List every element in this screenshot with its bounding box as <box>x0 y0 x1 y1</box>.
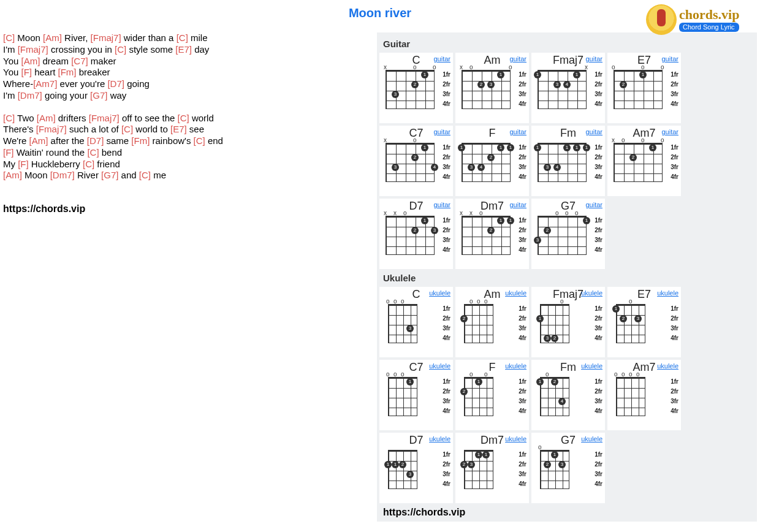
guitar-chord-grid: Cguitarxoo1231fr2fr3fr4frAmguitarxoo1231… <box>379 53 754 269</box>
chord-symbol[interactable]: [Am] <box>29 135 48 146</box>
muted-string-marker: x <box>460 210 463 216</box>
open-string-marker: o <box>612 64 615 70</box>
chord-symbol[interactable]: [C] <box>178 113 189 123</box>
chord-card-c: Cguitarxoo1231fr2fr3fr4fr <box>379 53 453 123</box>
chord-symbol[interactable]: [F] <box>21 67 32 77</box>
lyric-text: wider than a <box>121 32 177 43</box>
finger-dot: 3 <box>406 471 414 478</box>
fret-labels: 1fr2fr3fr4fr <box>443 450 450 489</box>
instrument-link[interactable]: ukulele <box>657 362 678 370</box>
instrument-link[interactable]: ukulele <box>657 289 678 297</box>
open-string-marker: o <box>469 64 473 70</box>
finger-dot: 2 <box>620 315 627 322</box>
chord-symbol[interactable]: [Fmaj7] <box>36 124 67 134</box>
open-string-marker: o <box>433 64 436 70</box>
instrument-link[interactable]: guitar <box>509 55 526 63</box>
open-string-marker: o <box>614 371 618 378</box>
chord-symbol[interactable]: [C] <box>3 32 15 43</box>
chord-symbol[interactable]: [F] <box>18 159 29 169</box>
lyric-text: There's <box>3 124 36 134</box>
chord-symbol[interactable]: [G7] <box>101 170 118 180</box>
instrument-link[interactable]: ukulele <box>429 435 450 443</box>
chord-symbol[interactable]: [C] <box>115 44 126 55</box>
lyric-text: maker <box>88 56 116 66</box>
finger-dot: 2 <box>487 154 495 161</box>
chord-name: Fmaj7 <box>553 54 583 67</box>
chord-symbol[interactable]: [Fmaj7] <box>91 32 121 43</box>
instrument-link[interactable]: guitar <box>585 128 602 135</box>
chord-symbol[interactable]: [Fmaj7] <box>89 113 120 123</box>
open-string-marker: o <box>469 371 473 378</box>
open-string-marker: o <box>629 298 633 305</box>
instrument-link[interactable]: ukulele <box>505 362 526 370</box>
lyric-text: Huckleberry <box>29 159 83 169</box>
chord-symbol[interactable]: [C] <box>177 32 188 43</box>
instrument-link[interactable]: guitar <box>509 128 526 135</box>
chord-card-d7: D7guitarxxo1231fr2fr3fr4fr <box>379 199 453 269</box>
instrument-link[interactable]: ukulele <box>429 362 450 370</box>
chord-symbol[interactable]: [Am] <box>43 32 62 43</box>
chord-symbol[interactable]: [Am] <box>37 113 56 123</box>
chord-symbol[interactable]: [D7] <box>107 78 124 89</box>
muted-string-marker: x <box>393 210 397 216</box>
finger-dot: 2 <box>477 81 485 88</box>
lyric-line: You [F] heart [Fm] breaker <box>3 67 371 78</box>
instrument-link[interactable]: ukulele <box>505 289 526 297</box>
chord-symbol[interactable]: [Am7] <box>33 78 57 89</box>
instrument-link[interactable]: guitar <box>585 55 602 63</box>
lyric-text: Moon <box>15 32 43 43</box>
instrument-link[interactable]: ukulele <box>581 435 602 443</box>
chord-symbol[interactable]: [C7] <box>71 56 88 66</box>
instrument-link[interactable]: ukulele <box>429 289 450 297</box>
finger-dot: 3 <box>634 315 642 322</box>
chord-symbol[interactable]: [C] <box>83 159 94 169</box>
instrument-link[interactable]: guitar <box>433 128 450 135</box>
lyric-line: [C] Moon [Am] River, [Fmaj7] wider than … <box>3 32 371 44</box>
fret-labels: 1fr2fr3fr4fr <box>443 304 450 343</box>
fret-labels: 1fr2fr3fr4fr <box>595 143 602 182</box>
instrument-link[interactable]: guitar <box>509 201 526 208</box>
instrument-link[interactable]: guitar <box>661 128 678 135</box>
chord-symbol[interactable]: [Fm] <box>58 67 77 77</box>
chord-symbol[interactable]: [Am] <box>3 170 22 180</box>
chord-symbol[interactable]: [G7] <box>90 90 107 101</box>
chord-symbol[interactable]: [Am] <box>21 56 40 66</box>
finger-dot: 1 <box>384 461 392 468</box>
chord-symbol[interactable]: [C] <box>194 135 205 146</box>
chord-symbol[interactable]: [Fmaj7] <box>18 44 48 55</box>
chord-symbol[interactable]: [D7] <box>87 135 104 146</box>
chord-symbol[interactable]: [C] <box>87 147 99 158</box>
site-logo[interactable]: chords.vip Chord Song Lyric <box>646 2 756 37</box>
lyric-text: You <box>3 56 21 66</box>
instrument-link[interactable]: ukulele <box>505 435 526 443</box>
chord-symbol[interactable]: [C] <box>121 124 133 134</box>
chord-name: F <box>489 361 496 374</box>
chord-symbol[interactable]: [Fm] <box>131 135 150 146</box>
open-string-marker: o <box>479 210 483 216</box>
chord-symbol[interactable]: [Dm7] <box>18 90 42 101</box>
instrument-link[interactable]: guitar <box>585 201 602 208</box>
chord-symbol[interactable]: [E7] <box>175 44 192 55</box>
instrument-link[interactable]: ukulele <box>581 362 602 370</box>
fret-labels: 1fr2fr3fr4fr <box>671 70 678 109</box>
instrument-link[interactable]: guitar <box>433 201 450 208</box>
finger-dot: 1 <box>406 378 414 386</box>
instrument-link[interactable]: guitar <box>433 55 450 63</box>
chord-card-d7: D7ukulele12311fr2fr3fr4fr <box>379 433 453 503</box>
instrument-link[interactable]: guitar <box>661 55 678 63</box>
chord-card-c: Cukuleleooo31fr2fr3fr4fr <box>379 287 453 357</box>
finger-dot: 1 <box>482 451 490 458</box>
open-string-marker: o <box>545 371 549 378</box>
chord-symbol[interactable]: [C] <box>139 170 151 180</box>
chord-card-am: Amguitarxoo1231fr2fr3fr4fr <box>455 53 529 123</box>
lyric-text: Moon <box>22 170 50 180</box>
instrument-link[interactable]: ukulele <box>581 289 602 297</box>
fret-labels: 1fr2fr3fr4fr <box>443 377 450 416</box>
lyric-text: I'm <box>3 44 18 55</box>
chord-symbol[interactable]: [F] <box>3 147 14 158</box>
fret-labels: 1fr2fr3fr4fr <box>595 450 602 489</box>
chord-symbol[interactable]: [Dm7] <box>50 170 75 180</box>
chord-card-e7: E7guitarooo121fr2fr3fr4fr <box>607 53 681 123</box>
chord-symbol[interactable]: [E7] <box>170 124 187 134</box>
chord-symbol[interactable]: [C] <box>3 113 15 123</box>
